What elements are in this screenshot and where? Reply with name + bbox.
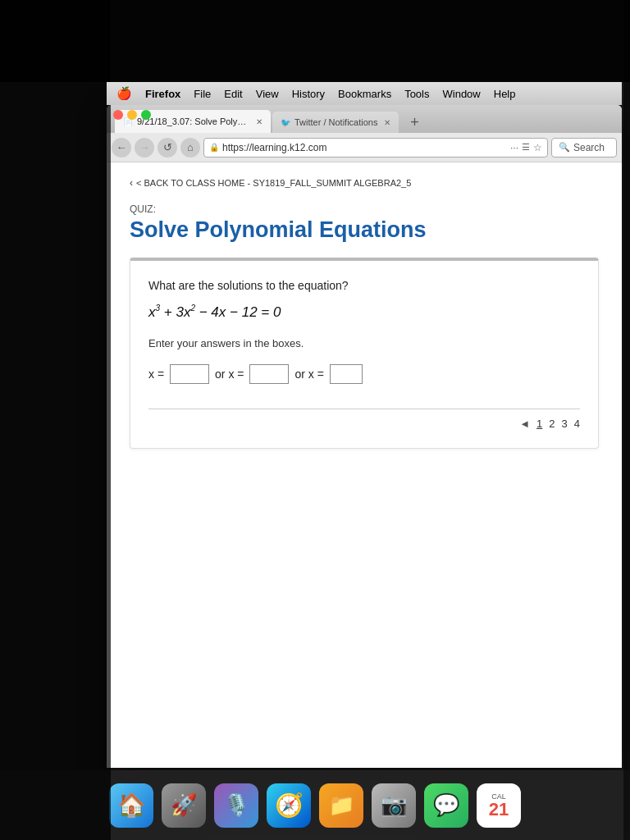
menu-history[interactable]: History (292, 88, 325, 100)
dock-siri[interactable]: 🎙️ (214, 783, 258, 828)
pagination: ◄ 1 2 3 4 (148, 409, 580, 430)
back-button[interactable]: ← (112, 138, 131, 158)
reload-button[interactable]: ↺ (158, 138, 177, 158)
reader-mode-icon[interactable]: ☰ (522, 142, 530, 153)
prev-page-button[interactable]: ◄ (519, 418, 530, 430)
dock-safari[interactable]: 🧭 (267, 783, 311, 828)
menu-bookmarks[interactable]: Bookmarks (338, 88, 391, 100)
answer-prefix-1: x = (148, 368, 164, 381)
answer-row: x = or x = or x = (148, 364, 580, 384)
answer-input-2[interactable] (249, 364, 289, 384)
menu-tools[interactable]: Tools (404, 88, 429, 100)
dock-finder[interactable]: 🏠 (109, 783, 153, 828)
answer-input-1[interactable] (170, 364, 209, 384)
search-box[interactable]: 🔍 Search (551, 138, 617, 158)
new-tab-button[interactable]: + (404, 112, 425, 133)
url-text: https://learning.k12.com (222, 142, 326, 153)
minimize-button[interactable] (127, 110, 137, 120)
page-4[interactable]: 4 (574, 418, 580, 430)
search-icon: 🔍 (559, 142, 570, 153)
maximize-button[interactable] (141, 110, 151, 120)
dock-messages[interactable]: 💬 (424, 783, 468, 828)
question-text: What are the solutions to the equation? (148, 279, 580, 292)
quiz-title: Solve Polynomial Equations (130, 217, 599, 243)
inactive-tab-close[interactable]: ✕ (384, 118, 390, 127)
breadcrumb[interactable]: ‹ < BACK TO CLASS HOME - SY1819_FALL_SUM… (130, 177, 599, 189)
page-2[interactable]: 2 (549, 418, 555, 430)
home-button[interactable]: ⌂ (180, 138, 200, 158)
breadcrumb-text: < BACK TO CLASS HOME - SY1819_FALL_SUMMI… (136, 178, 411, 188)
menu-help[interactable]: Help (494, 88, 516, 100)
quiz-label: QUIZ: (130, 203, 599, 215)
answer-or-1: or x = (215, 368, 244, 381)
close-button[interactable] (113, 110, 123, 120)
menu-file[interactable]: File (194, 88, 211, 100)
bookmark-star-icon[interactable]: ☆ (533, 142, 542, 153)
page-3[interactable]: 3 (562, 418, 568, 430)
active-tab-label: 9/21/18_3.07: Solve Polynomia (137, 116, 249, 126)
equation-display: x3 + 3x2 − 4x − 12 = 0 (148, 304, 580, 321)
breadcrumb-arrow: ‹ (130, 177, 133, 189)
twitter-tab-favicon: 🐦 (281, 118, 290, 127)
dock-photos[interactable]: 📷 (372, 783, 416, 828)
inactive-tab[interactable]: 🐦 Twitter / Notifications ✕ (272, 112, 399, 133)
menu-view[interactable]: View (256, 88, 279, 100)
page-1[interactable]: 1 (536, 418, 542, 430)
active-tab-close[interactable]: ✕ (256, 117, 262, 126)
apple-menu-icon[interactable]: 🍎 (116, 86, 132, 101)
calendar-date: 21 (489, 801, 509, 819)
instructions-text: Enter your answers in the boxes. (148, 337, 580, 349)
inactive-tab-label: Twitter / Notifications (294, 117, 377, 127)
forward-button[interactable]: → (135, 138, 154, 158)
secure-icon: 🔒 (209, 143, 219, 152)
answer-or-2: or x = (294, 368, 323, 381)
answer-input-3[interactable] (330, 364, 363, 384)
search-label: Search (573, 142, 605, 153)
dock-calendar[interactable]: CAL 21 (477, 783, 521, 828)
question-card: What are the solutions to the equation? … (130, 258, 599, 449)
url-more-icon[interactable]: ··· (510, 142, 518, 153)
menu-edit[interactable]: Edit (224, 88, 242, 100)
dock-files[interactable]: 📁 (319, 783, 363, 828)
menu-window[interactable]: Window (443, 88, 481, 100)
menu-firefox[interactable]: Firefox (145, 88, 180, 100)
dock-launchpad[interactable]: 🚀 (162, 783, 206, 828)
